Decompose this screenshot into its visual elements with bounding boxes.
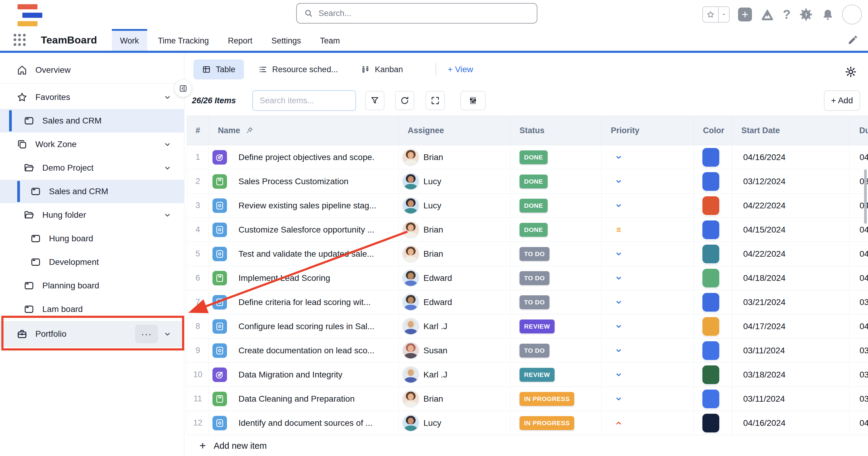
chevron-down-icon[interactable] — [163, 93, 172, 102]
task-name-cell[interactable]: Data Cleaning and Preparation — [209, 387, 399, 411]
board-settings-gear-icon[interactable] — [844, 65, 858, 79]
vertical-scrollbar[interactable] — [864, 169, 867, 224]
collapse-sidebar-button[interactable] — [175, 80, 192, 97]
color-cell[interactable] — [694, 145, 732, 169]
app-launcher-icon[interactable] — [13, 34, 26, 46]
column-settings-button[interactable] — [460, 91, 486, 110]
assignee-cell[interactable]: Susan — [399, 338, 510, 362]
sidebar-item-development[interactable]: Development — [0, 250, 184, 274]
nav-tab-settings[interactable]: Settings — [263, 29, 309, 51]
start-date-cell[interactable]: 03/11/2024 — [732, 338, 849, 362]
refresh-button[interactable] — [395, 91, 414, 110]
assignee-cell[interactable]: Karl .J — [399, 363, 510, 387]
status-cell[interactable]: DONE — [510, 194, 602, 218]
pin-icon[interactable] — [245, 126, 254, 135]
priority-cell[interactable] — [602, 338, 694, 362]
sidebar-item-sales-and-crm[interactable]: Sales and CRM — [0, 180, 184, 203]
color-cell[interactable] — [694, 242, 732, 266]
start-date-cell[interactable]: 04/16/2024 — [732, 145, 849, 169]
task-name-cell[interactable]: Sales Process Customization — [209, 169, 399, 193]
start-date-cell[interactable]: 03/12/2024 — [732, 169, 849, 193]
column-header-du[interactable]: Du — [849, 116, 868, 145]
start-date-cell[interactable]: 04/15/2024 — [732, 218, 849, 241]
assignee-cell[interactable]: Lucy — [399, 411, 510, 435]
sidebar-item-sales-and-crm[interactable]: Sales and CRM — [0, 109, 184, 133]
items-search-input[interactable] — [259, 96, 349, 105]
task-name-cell[interactable]: Define project objectives and scope. — [209, 145, 399, 169]
bell-icon[interactable] — [822, 8, 834, 21]
color-cell[interactable] — [694, 411, 732, 435]
color-cell[interactable] — [694, 338, 732, 362]
filter-button[interactable] — [365, 91, 384, 110]
priority-cell[interactable] — [602, 290, 694, 314]
sidebar-item-hung-folder[interactable]: Hung folder — [0, 203, 184, 227]
chevron-down-icon[interactable] — [163, 163, 172, 172]
chevron-down-icon[interactable] — [163, 140, 172, 149]
start-date-cell[interactable]: 04/16/2024 — [732, 411, 849, 435]
task-name-cell[interactable]: Implement Lead Scoring — [209, 266, 399, 290]
nav-tab-time-tracking[interactable]: Time Tracking — [150, 29, 217, 51]
sidebar-item-demo-project[interactable]: Demo Project — [0, 156, 184, 180]
caret-down-icon[interactable] — [719, 7, 729, 22]
color-cell[interactable] — [694, 363, 732, 387]
task-name-cell[interactable]: Customize Salesforce opportunity ... — [209, 218, 399, 241]
due-date-cell[interactable]: 04 — [849, 242, 868, 266]
due-date-cell[interactable]: 04 — [849, 411, 868, 435]
fullscreen-button[interactable] — [426, 91, 445, 110]
status-cell[interactable]: TO DO — [510, 266, 602, 290]
task-name-cell[interactable]: Create documentation on lead sco... — [209, 338, 399, 362]
column-header-[interactable]: # — [187, 116, 209, 145]
task-name-cell[interactable]: Identify and document sources of ... — [209, 411, 399, 435]
add-view-button[interactable]: + View — [443, 65, 478, 74]
due-date-cell[interactable]: 03 — [849, 338, 868, 362]
priority-cell[interactable] — [602, 194, 694, 218]
column-header-name[interactable]: Name — [209, 116, 399, 145]
start-date-cell[interactable]: 03/11/2024 — [732, 387, 849, 411]
priority-cell[interactable] — [602, 218, 694, 241]
due-date-cell[interactable]: 03 — [849, 363, 868, 387]
start-date-cell[interactable]: 04/22/2024 — [732, 242, 849, 266]
sidebar-item-work-zone[interactable]: Work Zone — [0, 133, 184, 156]
sidebar-item-favorites[interactable]: Favorites — [0, 86, 184, 109]
assignee-cell[interactable]: Edward — [399, 290, 510, 314]
view-tab-table[interactable]: Table — [193, 60, 244, 79]
user-avatar[interactable] — [843, 5, 861, 24]
status-cell[interactable]: TO DO — [510, 338, 602, 362]
priority-cell[interactable] — [602, 169, 694, 193]
task-name-cell[interactable]: Test and validate the updated sale... — [209, 242, 399, 266]
priority-cell[interactable] — [602, 314, 694, 338]
pencil-icon[interactable] — [847, 34, 858, 45]
start-date-cell[interactable]: 04/18/2024 — [732, 266, 849, 290]
start-date-cell[interactable]: 03/18/2024 — [732, 363, 849, 387]
status-cell[interactable]: TO DO — [510, 242, 602, 266]
peaks-icon[interactable] — [761, 7, 774, 22]
status-cell[interactable]: DONE — [510, 145, 602, 169]
due-date-cell[interactable]: 04 — [849, 314, 868, 338]
color-cell[interactable] — [694, 169, 732, 193]
view-tab-kanban[interactable]: Kanban — [352, 60, 411, 79]
color-cell[interactable] — [694, 290, 732, 314]
assignee-cell[interactable]: Lucy — [399, 169, 510, 193]
add-item-button[interactable]: + Add — [824, 90, 860, 111]
assignee-cell[interactable]: Brian — [399, 242, 510, 266]
sidebar-item-lam-board[interactable]: Lam board — [0, 297, 184, 321]
start-date-cell[interactable]: 04/22/2024 — [732, 194, 849, 218]
due-date-cell[interactable]: 03 — [849, 290, 868, 314]
task-name-cell[interactable]: Data Migration and Integrity — [209, 363, 399, 387]
assignee-cell[interactable]: Brian — [399, 218, 510, 241]
column-header-assignee[interactable]: Assignee — [399, 116, 510, 145]
start-date-cell[interactable]: 04/17/2024 — [732, 314, 849, 338]
priority-cell[interactable] — [602, 411, 694, 435]
favorite-split-button[interactable] — [702, 6, 730, 23]
sidebar-item-portfolio[interactable]: Portfolio··· — [0, 321, 184, 347]
star-icon[interactable] — [703, 7, 719, 22]
status-cell[interactable]: REVIEW — [510, 314, 602, 338]
column-header-status[interactable]: Status — [510, 116, 602, 145]
task-name-cell[interactable]: Configure lead scoring rules in Sal... — [209, 314, 399, 338]
nav-tab-work[interactable]: Work — [112, 29, 147, 51]
assignee-cell[interactable]: Brian — [399, 145, 510, 169]
due-date-cell[interactable]: 04 — [849, 145, 868, 169]
status-cell[interactable]: IN PROGRESS — [510, 411, 602, 435]
chevron-down-icon[interactable] — [163, 329, 172, 338]
sidebar-item-hung-board[interactable]: Hung board — [0, 227, 184, 250]
